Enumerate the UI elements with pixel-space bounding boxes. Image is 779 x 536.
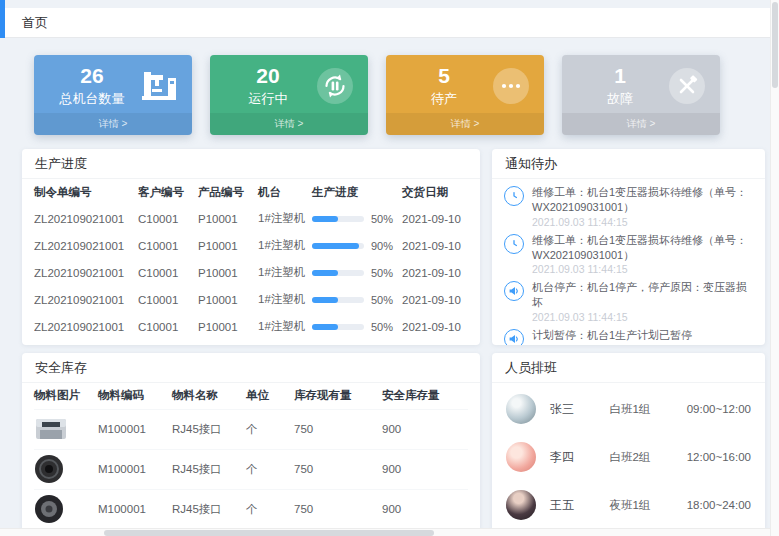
notice-body: 机台停产：机台1停产，停产原因：变压器损坏 2021.09.03 11:44:1… (532, 280, 753, 323)
cell-name: RJ45接口 (172, 409, 246, 449)
notice-body: 维修工单：机台1变压器损坏待维修（单号：WX202109031001） 2021… (532, 185, 753, 228)
cell-machine: 1#注塑机 (258, 259, 312, 286)
stat-label: 运行中 (222, 90, 314, 108)
col-header: 库存现有量 (294, 383, 382, 409)
stat-cards-row: 26 总机台数量 (34, 55, 770, 135)
stat-value: 20 (222, 64, 314, 87)
stat-card-running[interactable]: 20 运行中 (210, 55, 368, 135)
safety-stock-panel: 安全库存 物料图片 物料编码 物料名称 单位 库存现有量 安全库存量 (22, 353, 480, 528)
staff-time: 09:00~12:00 (687, 403, 751, 415)
cell-product: P10001 (198, 205, 258, 232)
cell-machine: 1#注塑机 (258, 286, 312, 313)
staff-row: 张三 白班1组 09:00~12:00 (506, 385, 751, 433)
cell-order: ZL202109021001 (34, 313, 138, 340)
stat-card-info: 20 运行中 (222, 64, 314, 108)
detail-link[interactable]: 详情 > (210, 113, 368, 135)
stat-card-info: 26 总机台数量 (46, 64, 138, 108)
progress-label: 50% (371, 321, 393, 333)
notifications-panel: 通知待办 维修工单：机台1变压器损坏待维修（单号：WX202109031001）… (492, 149, 765, 345)
cell-customer: C10001 (138, 313, 198, 340)
notice-item[interactable]: 机台停产：机台1停产，停产原因：变压器损坏 2021.09.03 11:44:1… (504, 280, 753, 323)
col-header: 交货日期 (402, 179, 468, 205)
progress-bar (312, 270, 364, 276)
cell-product: P10001 (198, 286, 258, 313)
notice-item[interactable]: 维修工单：机台1变压器损坏待维修（单号：WX202109031001） 2021… (504, 233, 753, 276)
stat-label: 总机台数量 (46, 90, 138, 108)
avatar (506, 394, 536, 424)
progress-label: 50% (371, 294, 393, 306)
cell-machine: 1#注塑机 (258, 313, 312, 340)
stat-value: 1 (574, 64, 666, 87)
panel-title: 人员排班 (492, 353, 765, 383)
stat-card-fault[interactable]: 1 故障 (562, 55, 720, 135)
cell-customer: C10001 (138, 232, 198, 259)
staff-time: 18:00~24:00 (687, 499, 751, 511)
detail-link[interactable]: 详情 > (386, 113, 544, 135)
cycle-icon (316, 67, 354, 105)
cell-machine: 1#注塑机 (258, 205, 312, 232)
tools-icon (668, 67, 706, 105)
clock-icon (504, 234, 524, 254)
top-tab-bar: 首页 (0, 8, 770, 38)
cell-unit: 个 (246, 489, 294, 528)
cell-progress: 50% (312, 286, 402, 313)
cell-product: P10001 (198, 259, 258, 286)
cell-material-image (34, 449, 98, 489)
cell-date: 2021-09-10 (402, 232, 468, 259)
production-table: 制令单编号 客户编号 产品编号 机台 生产进度 交货日期 ZL202109021… (34, 179, 468, 340)
dashboard-page: 首页 26 总机台数量 (0, 0, 770, 528)
detail-link[interactable]: 详情 > (562, 113, 720, 135)
staff-name: 王五 (550, 497, 609, 514)
notice-item[interactable]: 维修工单：机台1变压器损坏待维修（单号：WX202109031001） 2021… (504, 185, 753, 228)
cell-order: ZL202109021001 (34, 286, 138, 313)
table-row: ZL202109021001 C10001 P10001 1#注塑机 50% 2… (34, 313, 468, 340)
stat-label: 待产 (398, 90, 490, 108)
cell-order: ZL202109021001 (34, 205, 138, 232)
material-image (34, 454, 64, 484)
cell-qty: 750 (294, 409, 382, 449)
avatar (506, 490, 536, 520)
avatar (506, 442, 536, 472)
cell-code: M100001 (98, 409, 172, 449)
vertical-scrollbar[interactable] (770, 0, 779, 536)
material-image (34, 494, 64, 524)
cell-customer: C10001 (138, 259, 198, 286)
stat-card-pending[interactable]: 5 待产 详情 > (386, 55, 544, 135)
notice-time: 2021.09.03 11:44:15 (532, 344, 692, 345)
vertical-scrollbar-thumb[interactable] (772, 2, 778, 88)
stat-value: 5 (398, 64, 490, 87)
notice-body: 维修工单：机台1变压器损坏待维修（单号：WX202109031001） 2021… (532, 233, 753, 276)
col-header: 机台 (258, 179, 312, 205)
table-row: ZL202109021001 C10001 P10001 1#注塑机 50% 2… (34, 286, 468, 313)
staff-list: 张三 白班1组 09:00~12:00 李四 白班2组 12:00~16:00 (492, 383, 765, 528)
cell-date: 2021-09-10 (402, 259, 468, 286)
progress-bar (312, 324, 364, 330)
stat-card-total-machines[interactable]: 26 总机台数量 (34, 55, 192, 135)
col-header: 安全库存量 (382, 383, 468, 409)
horizontal-scrollbar[interactable] (0, 528, 770, 536)
staff-shift: 夜班1组 (609, 498, 686, 513)
cell-material-image (34, 409, 98, 449)
cell-name: RJ45接口 (172, 449, 246, 489)
table-header-row: 制令单编号 客户编号 产品编号 机台 生产进度 交货日期 (34, 179, 468, 205)
detail-link[interactable]: 详情 > (34, 113, 192, 135)
staff-row: 王五 夜班1组 18:00~24:00 (506, 481, 751, 528)
progress-bar (312, 243, 364, 249)
horizontal-scrollbar-thumb[interactable] (104, 530, 434, 536)
tab-home[interactable]: 首页 (22, 14, 48, 32)
left-accent-bar (0, 0, 5, 38)
panel-title: 通知待办 (492, 149, 765, 179)
col-header: 物料名称 (172, 383, 246, 409)
stat-card-body: 5 待产 (386, 55, 544, 113)
table-row: M100001 RJ45接口 个 750 900 (34, 489, 468, 528)
stock-table: 物料图片 物料编码 物料名称 单位 库存现有量 安全库存量 (34, 383, 468, 528)
cell-order: ZL202109021001 (34, 259, 138, 286)
speaker-icon (504, 281, 524, 301)
notice-time: 2021.09.03 11:44:15 (532, 263, 753, 275)
panel-grid: 生产进度 制令单编号 客户编号 产品编号 机台 生产进度 交货日期 (22, 149, 765, 528)
notice-item[interactable]: 计划暂停：机台1生产计划已暂停 2021.09.03 11:44:15 (504, 328, 753, 345)
staff-schedule-panel: 人员排班 张三 白班1组 09:00~12:00 李四 白班2组 12: (492, 353, 765, 528)
notice-text: 机台停产：机台1停产，停产原因：变压器损坏 (532, 280, 753, 310)
progress-bar (312, 297, 364, 303)
cell-date: 2021-09-10 (402, 205, 468, 232)
